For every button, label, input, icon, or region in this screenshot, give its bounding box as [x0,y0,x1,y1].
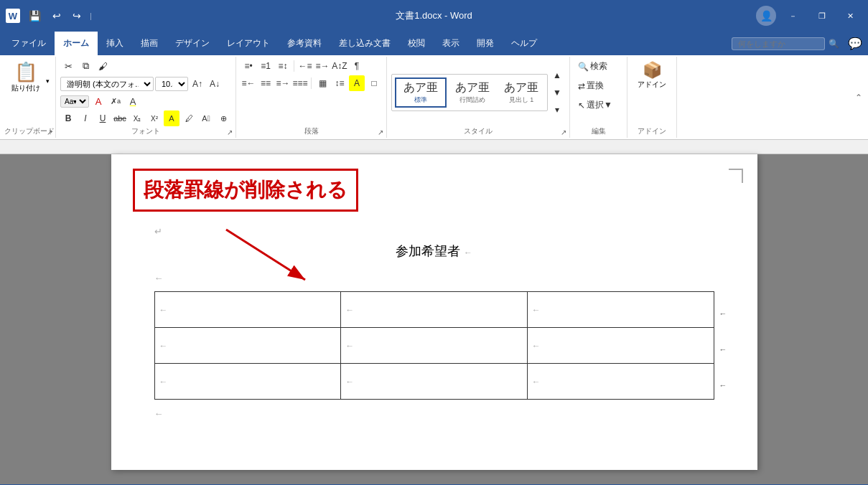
column-button[interactable]: ▦ [314,75,330,91]
paste-area: 📋 貼り付け ▾ [7,58,51,96]
ribbon-search-input[interactable] [732,37,825,50]
align-right-button[interactable]: ≡→ [275,75,291,91]
cut-button[interactable]: ✂ [60,58,76,74]
tab-draw[interactable]: 描画 [132,32,167,55]
subscript-button[interactable]: X₂ [129,110,145,126]
tab-help[interactable]: ヘルプ [503,32,546,55]
document-table[interactable]: ← ← ← ← ← ← ← ← [154,291,714,400]
font-shadow-button[interactable]: A⃝ [198,110,214,126]
return-mark-1: ↵ [154,226,162,237]
addin-group: 📦 アドイン アドイン [627,57,677,138]
select-button[interactable]: ↖ 選択▼ [574,97,616,113]
sort-button[interactable]: A↕Z [332,58,347,74]
decrease-indent-button[interactable]: ←≡ [297,58,313,74]
minimize-button[interactable]: － [780,8,806,24]
multilevel-list-button[interactable]: ≡↕ [275,58,291,74]
row-marker-3: ← [719,381,727,390]
table-cell[interactable]: ← [527,364,714,400]
border-button[interactable]: □ [366,75,382,91]
replace-button[interactable]: ⇄ 置換 [574,77,607,94]
document-area: 段落罫線が削除される ↵ 参加希望者 ← [0,140,868,484]
close-button[interactable]: ✕ [839,9,862,24]
tab-develop[interactable]: 開発 [468,32,503,55]
italic-button[interactable]: I [78,110,93,126]
font-group: ✂ ⧉ 🖌 游明朝 (本文のフォ… 10.5 A↑ A↓ Aa▾ A ✗a A … [56,57,236,138]
align-left-button[interactable]: ≡← [241,75,256,91]
styles-more-button[interactable]: ▾ [549,102,565,118]
font-expander-icon[interactable]: ↗ [227,128,233,136]
tab-references[interactable]: 参考資料 [279,32,330,55]
clipboard-expander-icon[interactable]: ↗ [47,128,52,136]
paragraph-return-1: ↵ [154,226,714,237]
tab-insert[interactable]: 挿入 [98,32,132,55]
tab-view[interactable]: 表示 [434,32,468,55]
style-heading1-button[interactable]: あア亜 見出し 1 [498,79,544,106]
styles-group: あア亜 標準 あア亜 行間詰め あア亜 見出し 1 ▲ [387,57,570,138]
styles-scroll-up-button[interactable]: ▲ [549,67,565,83]
fill-color-button[interactable]: A [349,75,365,91]
table-cell[interactable]: ← [154,364,341,400]
paragraph-expander-icon[interactable]: ↗ [378,128,383,136]
table-cell[interactable]: ← [527,328,714,364]
tab-design[interactable]: デザイン [167,32,218,55]
annotation-box: 段落罫線が削除される [133,169,358,212]
addin-button[interactable]: 📦 アドイン [632,58,672,93]
page-corner-mark [729,169,743,183]
bold-button[interactable]: B [60,110,76,126]
font-size-decrease-button[interactable]: A↓ [207,76,223,92]
tab-file[interactable]: ファイル [3,32,55,55]
styles-expander-icon[interactable]: ↗ [561,128,566,136]
case-select[interactable]: Aa▾ [60,95,89,108]
heading-text: 参加希望者 [396,244,460,258]
document-content[interactable]: ↵ 参加希望者 ← ← ←←← ← ← ← [154,183,714,420]
comments-button[interactable]: 💬 [848,37,862,50]
table-cell[interactable]: ← [154,328,341,364]
save-button[interactable]: 💾 [26,9,44,23]
highlight-button[interactable]: 🖊 [181,110,197,126]
font-size-increase-button[interactable]: A↑ [190,76,205,92]
text-color-button[interactable]: A [90,93,106,109]
tab-row: ファイル ホーム 挿入 描画 デザイン レイアウト 参考資料 差し込み文書 校閲… [0,32,868,55]
format-painter-button[interactable]: 🖌 [95,58,111,74]
styles-scroll-down-button[interactable]: ▼ [549,85,565,100]
restore-button[interactable]: ❐ [810,9,834,24]
increase-indent-button[interactable]: ≡→ [314,58,330,74]
redo-button[interactable]: ↪ [70,9,84,23]
justify-button[interactable]: ≡≡≡ [292,75,308,91]
main-heading-para[interactable]: 参加希望者 ← [154,242,714,260]
clipboard-group: 📋 貼り付け ▾ クリップボード ↗ [3,57,56,138]
font-color-button[interactable]: A [164,110,179,126]
table-cell[interactable]: ← [341,292,528,328]
search-button[interactable]: 🔍 検索 [574,58,611,75]
superscript-button[interactable]: X² [146,110,162,126]
table-cell[interactable]: ← [527,292,714,328]
show-marks-button[interactable]: ¶ [349,58,365,74]
style-rowspace-button[interactable]: あア亜 行間詰め [449,79,495,106]
user-icon[interactable]: 👤 [756,6,776,26]
underline-button[interactable]: U [95,110,111,126]
ribbon-collapse-button[interactable]: ⌃ [855,93,862,103]
tab-layout[interactable]: レイアウト [218,32,279,55]
strikethrough-button[interactable]: abc [112,110,128,126]
bullet-list-button[interactable]: ≡• [241,58,256,74]
tab-review[interactable]: 校閲 [399,32,434,55]
table-cell[interactable]: ← [341,328,528,364]
align-center-button[interactable]: ≡≡ [258,75,274,91]
font-size-select[interactable]: 10.5 [155,77,188,91]
undo-button[interactable]: ↩ [50,9,64,23]
tab-home[interactable]: ホーム [55,32,98,55]
ruler [0,140,868,154]
clear-format-button[interactable]: ✗a [108,93,123,109]
paste-button[interactable]: 📋 貼り付け [7,58,45,96]
tab-mailings[interactable]: 差し込み文書 [330,32,399,55]
paste-dropdown-button[interactable]: ▾ [45,58,51,96]
style-standard-button[interactable]: あア亜 標準 [395,77,447,108]
numbered-list-button[interactable]: ≡1 [258,58,274,74]
line-spacing-button[interactable]: ↕≡ [332,75,347,91]
table-cell[interactable]: ← [154,292,341,328]
font-name-select[interactable]: 游明朝 (本文のフォ… [60,77,154,91]
char-spacing-button[interactable]: ⊕ [215,110,231,126]
copy-button[interactable]: ⧉ [78,58,93,74]
text-highlight-button[interactable]: A [125,93,141,109]
table-cell[interactable]: ← [341,364,528,400]
